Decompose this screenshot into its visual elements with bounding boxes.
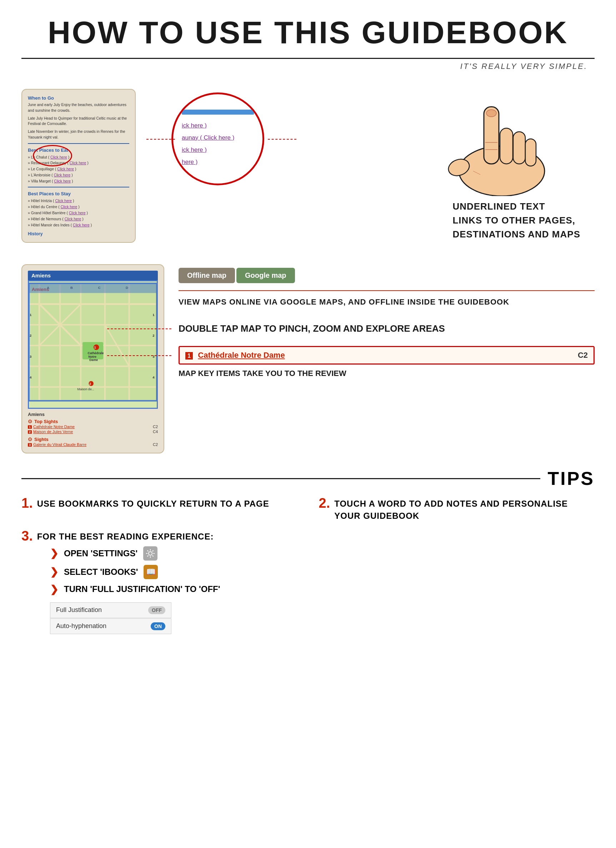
tip-1-number: 1.: [21, 496, 33, 510]
tip-3-num: 3.: [21, 529, 33, 543]
svg-text:4: 4: [153, 375, 154, 379]
divider1: [28, 143, 129, 144]
dashed-key-connector: [107, 355, 171, 356]
dashed-connector-1: [146, 139, 175, 139]
stay-item-2: Hôtel du Centre ( Click here ): [28, 204, 129, 210]
item1-num: 1: [28, 425, 32, 429]
zoom-item-2: aunay ( Click here ): [182, 132, 254, 144]
svg-text:Cathédrale: Cathédrale: [88, 351, 104, 355]
link-description: UNDERLINED TEXT LINKS TO OTHER PAGES, DE…: [453, 200, 580, 242]
settings-label-2: Auto-hyphenation: [56, 622, 107, 630]
maps-section: Amiens: [0, 257, 616, 464]
when-to-go-text3: Late November In winter, join the crowds…: [28, 129, 129, 140]
map-key-highlight-area: 1 Cathédrale Notre Dame C2: [178, 346, 595, 365]
zoom-area: ick here ) aunay ( Click here ) ick here…: [171, 92, 264, 185]
sights-title: Sights: [28, 436, 158, 442]
dashed-map-connector: [107, 329, 171, 329]
tips-label: TIPS: [540, 468, 595, 489]
when-to-go-title: When to Go: [28, 95, 129, 101]
stay-item-4: Hôtel de Nemours ( Click here ): [28, 216, 129, 222]
offline-map-button[interactable]: Offline map: [178, 268, 235, 283]
eat-item-1: Le Chalut ( Click here ): [28, 154, 129, 160]
map-buttons: Offline map Google map: [178, 268, 595, 283]
toggle-off[interactable]: OFF: [148, 606, 165, 614]
hand-illustration: [423, 89, 573, 196]
tips-line: [21, 478, 540, 479]
stay-item-5: Hôtel Manoir des Indes ( Click here ): [28, 222, 129, 228]
when-to-go-text1: June and early July Enjoy the beaches, o…: [28, 102, 129, 114]
svg-text:Notre: Notre: [88, 355, 96, 359]
link-desc-line1: UNDERLINED TEXT: [453, 200, 580, 213]
svg-rect-6: [525, 139, 536, 166]
dashed-connector-2: [268, 139, 296, 139]
map-key-box-link[interactable]: Cathédrale Notre Dame: [198, 351, 285, 360]
tip-3-item-3-text: Turn 'Full Justification' to 'off': [64, 584, 220, 594]
item2-num: 2: [28, 430, 32, 434]
zoom-item-1: ick here ): [182, 120, 254, 132]
map-title-bar: Amiens: [28, 271, 158, 280]
item1-name[interactable]: Cathédrale Notre Dame: [33, 424, 75, 429]
zoom-text: DOUBLE TAP MAP TO PINCH, ZOOM AND EXPLOR…: [178, 322, 595, 335]
zoom-item-4: here ): [182, 156, 254, 168]
map-image[interactable]: Amiens A B C D 1 1 2 2 3 3 4 4: [28, 280, 158, 409]
tip-1-num: 1.: [21, 496, 33, 510]
divider2: [28, 187, 129, 187]
tip-3-item-2: ❯ Select 'iBooks' 📖: [50, 565, 595, 579]
svg-text:1: 1: [30, 313, 32, 317]
stay-item-1: Hôtel Irintzia ( Click here ): [28, 198, 129, 204]
svg-rect-4: [500, 128, 513, 164]
eat-item-5: Villa Marget ( Click here ): [28, 178, 129, 184]
chevron-icon-2: ❯: [50, 566, 58, 578]
eat-item-2: Restaurant Delaunay ( Click here ): [28, 160, 129, 166]
item2-name[interactable]: Maison de Jules Verne: [33, 430, 73, 434]
tip-3: 3. FOR THE BEST READING EXPERIENCE: ❯ Op…: [21, 529, 595, 635]
tip-3-item-2-text: Select 'iBooks': [64, 567, 138, 577]
header-divider: [21, 58, 595, 59]
link-desc-line3: DESTINATIONS AND MAPS: [453, 227, 580, 242]
click-here-text[interactable]: Click here: [203, 134, 231, 141]
when-to-go-text2: Late July Head to Quimper for traditiona…: [28, 116, 129, 127]
links-middle: ick here ) aunay ( Click here ) ick here…: [150, 89, 595, 242]
tip-1-text: USE BOOKMARKS TO QUICKLY RETURN TO A PAG…: [37, 496, 269, 510]
svg-point-3: [486, 110, 496, 117]
settings-icon: [143, 546, 157, 560]
tip-3-header: 3. FOR THE BEST READING EXPERIENCE:: [21, 529, 595, 543]
tip-3-item-1: ❯ Open 'Settings': [50, 546, 595, 560]
link-desc-line2: LINKS TO OTHER PAGES,: [453, 213, 580, 227]
map-city-header: Amiens: [31, 273, 51, 279]
svg-text:3: 3: [30, 354, 32, 359]
settings-row-2: Auto-hyphenation ON: [50, 618, 171, 634]
map-wrapper: Amiens: [28, 271, 158, 409]
svg-text:2: 2: [30, 334, 31, 338]
item3-name[interactable]: Galerie du Vitrail Claude Barre: [33, 442, 86, 447]
zoom-text-area: DOUBLE TAP MAP TO PINCH, ZOOM AND EXPLOR…: [178, 322, 595, 335]
item2-coord: C4: [153, 430, 158, 434]
svg-text:2: 2: [89, 382, 91, 385]
view-maps-text: VIEW MAPS ONLINE VIA GOOGLE MAPS, AND OF…: [178, 297, 595, 308]
map-key-item-3[interactable]: 3Galerie du Vitrail Claude Barre C2: [28, 442, 158, 447]
map-city-label: Amiens: [28, 412, 158, 417]
tip-3-items: ❯ Open 'Settings' ❯ Select 'iBooks' 📖: [21, 546, 595, 595]
map-key-desc-text: MAP KEY ITEMS TAKE YOU TO THE REVIEW: [178, 369, 595, 378]
map-key-box-left: 1 Cathédrale Notre Dame: [186, 351, 285, 360]
google-map-button[interactable]: Google map: [236, 268, 295, 283]
map-key-box[interactable]: 1 Cathédrale Notre Dame C2: [178, 346, 595, 365]
map-key-section: Amiens Top Sights 1Cathédrale Notre Dame…: [28, 412, 158, 447]
map-btn-divider: [178, 290, 595, 291]
map-right: Offline map Google map VIEW MAPS ONLINE …: [178, 264, 595, 378]
svg-text:Dame: Dame: [89, 359, 98, 362]
svg-text:1: 1: [94, 346, 96, 350]
eat-item-3: Le Coquillage ( Click here ): [28, 166, 129, 172]
map-key-item-2[interactable]: 2Maison de Jules Verne C4: [28, 429, 158, 434]
toggle-on[interactable]: ON: [151, 622, 165, 630]
tip-2-num: 2.: [319, 496, 330, 510]
subtitle: IT'S REALLY VERY SIMPLE.: [0, 62, 616, 71]
history-link[interactable]: History: [28, 231, 129, 236]
item3-num: 3: [28, 443, 32, 447]
tip-1: 1. USE BOOKMARKS TO QUICKLY RETURN TO A …: [21, 496, 297, 522]
map-key-item-1[interactable]: 1Cathédrale Notre Dame C2: [28, 424, 158, 429]
map-key-box-num: 1: [186, 352, 193, 360]
svg-rect-47: [29, 283, 157, 293]
settings-row-1: Full Justification OFF: [50, 602, 171, 618]
zoomed-circle: ick here ) aunay ( Click here ) ick here…: [171, 92, 264, 185]
